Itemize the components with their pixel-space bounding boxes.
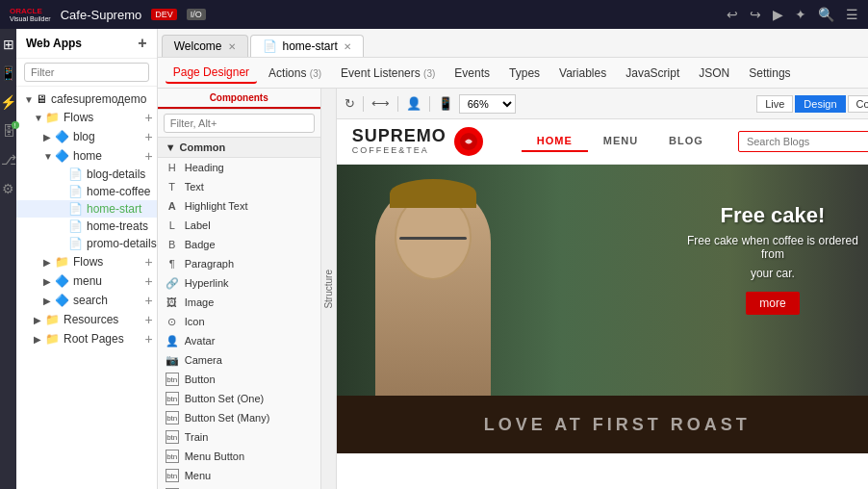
tree-item-flows-2[interactable]: ▶ 📁 Flows + [16, 252, 157, 271]
comp-search [158, 110, 320, 138]
button-set-many-label: Button Set (Many) [185, 412, 270, 424]
tab-home-start-close[interactable]: ✕ [344, 41, 351, 52]
tree-item-blog-details[interactable]: 📄 blog-details [16, 166, 157, 183]
tree-item-search[interactable]: ▶ 🔷 search + [16, 291, 157, 310]
add-root-pages-button[interactable]: + [141, 331, 157, 347]
zoom-select[interactable]: 66% 100% 50% [459, 94, 516, 114]
settings-icon[interactable]: ⚙ [2, 181, 14, 196]
tree-item-home-coffee[interactable]: 📄 home-coffee [16, 183, 157, 200]
events-btn[interactable]: Events [447, 64, 498, 83]
tree-item-home-treats[interactable]: 📄 home-treats [16, 218, 157, 235]
tab-home-start[interactable]: 📄 home-start ✕ [250, 35, 364, 57]
add-home-button[interactable]: + [141, 148, 157, 164]
reload-icon[interactable]: ↻ [345, 96, 355, 111]
add-flows-2-button[interactable]: + [141, 254, 157, 270]
comp-hyperlink[interactable]: 🔗 Hyperlink [158, 273, 320, 293]
comp-avatar[interactable]: 👤 Avatar [158, 331, 320, 350]
mobile-icon[interactable]: 📱 [0, 65, 16, 81]
common-section-header[interactable]: ▼ Common [158, 138, 320, 158]
add-search-button[interactable]: + [141, 293, 157, 308]
tree-item-menu[interactable]: ▶ 🔷 menu + [16, 271, 157, 291]
search-icon[interactable]: 🔍 [818, 7, 834, 22]
add-menu-button[interactable]: + [141, 273, 157, 289]
structure-label-text[interactable]: Structure [323, 270, 334, 309]
comp-menu[interactable]: btn Menu [158, 466, 320, 485]
tree-item-flows[interactable]: ▼ 📁 Flows + [16, 108, 157, 127]
menu-icon[interactable]: ☰ [846, 7, 858, 22]
star-icon[interactable]: ✦ [795, 7, 806, 22]
add-flows-button[interactable]: + [141, 110, 157, 125]
tab-components[interactable]: Components [158, 89, 320, 109]
nav-home[interactable]: HOME [522, 131, 588, 152]
comp-train[interactable]: btn Train [158, 427, 320, 447]
label-icon: L [166, 219, 179, 232]
undo-icon[interactable]: ↩ [727, 7, 738, 22]
tree-item-promo-details[interactable]: 📄 promo-details [16, 235, 157, 252]
json-btn[interactable]: JSON [691, 64, 737, 83]
comp-camera[interactable]: 📷 Camera [158, 350, 320, 370]
redo-icon[interactable]: ↪ [750, 7, 761, 22]
resize-icon[interactable]: ⟷ [371, 96, 390, 111]
tree-item-home-start[interactable]: 📄 home-start [16, 200, 157, 218]
comp-text[interactable]: T Text [158, 177, 320, 196]
tab-welcome-label: Welcome [174, 39, 222, 53]
file-icon-home-coffee: 📄 [68, 185, 83, 198]
nav-blog[interactable]: BLOG [653, 131, 719, 152]
comp-button-set-one[interactable]: btn Button Set (One) [158, 389, 320, 408]
comp-image[interactable]: 🖼 Image [158, 293, 320, 312]
javascript-btn[interactable]: JavaScript [618, 64, 687, 83]
add-blog-button[interactable]: + [141, 129, 157, 144]
train-label: Train [185, 431, 209, 443]
tab-welcome-close[interactable]: ✕ [228, 41, 236, 52]
comp-badge[interactable]: B Badge [158, 235, 320, 254]
git-icon[interactable]: ⎇ [1, 152, 16, 167]
tree-item-resources[interactable]: ▶ 📁 Resources + [16, 310, 157, 329]
button-set-many-icon: btn [166, 411, 179, 425]
hero-btn[interactable]: more [746, 292, 799, 315]
hyperlink-label: Hyperlink [185, 277, 229, 289]
page-designer-btn[interactable]: Page Designer [166, 63, 257, 84]
actions-btn[interactable]: Actions (3) [261, 64, 329, 83]
comp-label[interactable]: L Label [158, 216, 320, 235]
flow-icon-search: 🔷 [55, 294, 69, 307]
comp-button[interactable]: btn Button [158, 370, 320, 389]
comp-highlight-text[interactable]: A Highlight Text [158, 196, 320, 216]
comp-button-set-many[interactable]: btn Button Set (Many) [158, 408, 320, 427]
person-icon[interactable]: 👤 [406, 96, 421, 111]
train-icon: btn [166, 430, 179, 444]
preview-nav: SUPREMO COFFEE&TEA HOME [337, 119, 868, 165]
data-icon[interactable]: 🗄 ! [2, 123, 15, 139]
flows-label: Flows [64, 111, 138, 124]
code-btn[interactable]: Code [848, 95, 868, 113]
play-icon[interactable]: ▶ [773, 7, 783, 22]
comp-filter-input[interactable] [164, 114, 315, 133]
notification-badge: ! [12, 121, 19, 129]
variables-btn[interactable]: Variables [551, 64, 614, 83]
button-icon: btn [166, 373, 179, 386]
comp-icon[interactable]: ⊙ Icon [158, 312, 320, 331]
preview-search-input[interactable] [738, 131, 868, 152]
add-web-app-button[interactable]: + [138, 35, 146, 52]
tab-welcome[interactable]: Welcome ✕ [162, 35, 248, 57]
canvas-area: ↻ ⟷ 👤 📱 66% 100% 50% Live Design [337, 89, 868, 489]
tree-item-root-pages[interactable]: ▶ 📁 Root Pages + [16, 329, 157, 348]
device-icon[interactable]: 📱 [438, 96, 453, 111]
nav-menu[interactable]: MENU [588, 131, 653, 152]
tree-item-blog[interactable]: ▶ 🔷 blog + [16, 127, 157, 146]
tree-item-home[interactable]: ▼ 🔷 home + [16, 146, 157, 166]
comp-paragraph[interactable]: ¶ Paragraph [158, 254, 320, 273]
filter-input[interactable] [24, 63, 149, 82]
web-apps-icon[interactable]: ⊞ [3, 37, 14, 52]
add-resources-button[interactable]: + [141, 312, 157, 327]
comp-messages[interactable]: btn Messages [158, 485, 320, 489]
comp-menu-button[interactable]: btn Menu Button [158, 447, 320, 466]
page-toolbar: Page Designer Actions (3) Event Listener… [158, 58, 868, 89]
tree-item-root[interactable]: ▼ 🖥 cafesupremодemo [16, 90, 157, 108]
types-btn[interactable]: Types [501, 64, 548, 83]
api-icon[interactable]: ⚡ [0, 94, 16, 110]
live-btn[interactable]: Live [756, 95, 793, 113]
comp-heading[interactable]: H Heading [158, 158, 320, 177]
event-listeners-btn[interactable]: Event Listeners (3) [333, 64, 443, 83]
design-btn[interactable]: Design [795, 95, 845, 113]
settings-btn[interactable]: Settings [741, 64, 798, 83]
